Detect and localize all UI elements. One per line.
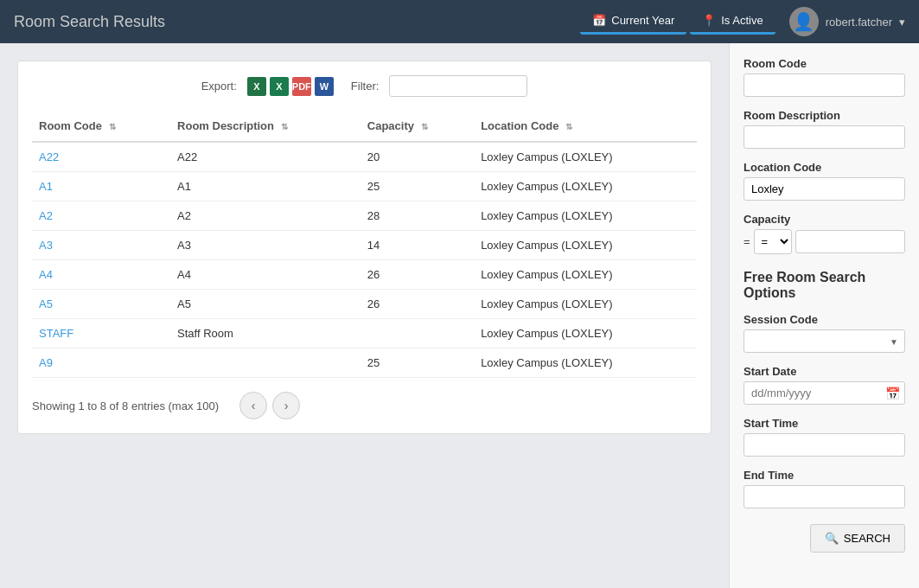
location-code-cell: Loxley Campus (LOXLEY) xyxy=(474,231,697,260)
capacity-cell: 25 xyxy=(361,172,474,201)
room-description-cell: A5 xyxy=(170,290,361,319)
start-date-input[interactable] xyxy=(743,381,905,405)
sort-arrows-loc[interactable]: ⇅ xyxy=(565,122,572,131)
room-code-link[interactable]: A4 xyxy=(39,268,53,281)
export-label: Export: xyxy=(201,80,237,93)
room-code-link[interactable]: A3 xyxy=(39,239,53,252)
room-code-link[interactable]: A5 xyxy=(39,297,53,310)
sort-arrows-desc[interactable]: ⇅ xyxy=(281,122,288,131)
location-code-label: Location Code xyxy=(743,161,905,174)
next-page-button[interactable]: › xyxy=(272,392,300,419)
capacity-field: Capacity = = > < ≥ ≤ xyxy=(743,213,905,254)
pagination-area: Showing 1 to 8 of 8 entries (max 100) ‹ … xyxy=(32,392,697,419)
start-time-input[interactable] xyxy=(743,433,905,457)
current-year-button[interactable]: 📅 Current Year xyxy=(580,9,686,35)
session-code-select[interactable] xyxy=(743,329,905,353)
calendar-icon: 📅 xyxy=(592,14,606,27)
capacity-label: Capacity xyxy=(743,213,905,226)
col-capacity: Capacity ⇅ xyxy=(361,111,474,142)
room-code-input[interactable] xyxy=(743,74,905,97)
user-menu[interactable]: 👤 robert.fatcher ▾ xyxy=(789,7,905,36)
room-description-label: Room Description xyxy=(743,109,905,122)
location-code-cell: Loxley Campus (LOXLEY) xyxy=(474,201,697,231)
free-room-title: Free Room Search Options xyxy=(743,270,905,301)
table-row: STAFF Staff Room Loxley Campus (LOXLEY) xyxy=(32,319,697,348)
table-container: Export: X X PDF W Filter: Room Code ⇅ Ro… xyxy=(17,61,712,434)
capacity-operator: = xyxy=(743,235,750,248)
table-row: A3 A3 14 Loxley Campus (LOXLEY) xyxy=(32,231,697,260)
pagination-buttons: ‹ › xyxy=(239,392,300,419)
room-code-link[interactable]: A22 xyxy=(39,150,59,163)
room-code-link[interactable]: A1 xyxy=(39,180,53,193)
room-code-link[interactable]: A9 xyxy=(39,356,53,369)
start-time-label: Start Time xyxy=(743,417,905,430)
room-description-cell: A1 xyxy=(170,172,361,201)
capacity-cell: 26 xyxy=(361,290,474,319)
capacity-cell: 14 xyxy=(361,231,474,260)
search-icon: 🔍 xyxy=(825,532,839,545)
start-time-field: Start Time xyxy=(743,417,905,457)
table-row: A5 A5 26 Loxley Campus (LOXLEY) xyxy=(32,290,697,319)
avatar: 👤 xyxy=(789,7,819,36)
app-header: Room Search Results 📅 Current Year 📍 Is … xyxy=(0,0,919,43)
is-active-label: Is Active xyxy=(721,14,763,27)
capacity-cell: 28 xyxy=(361,201,474,231)
search-button-label: SEARCH xyxy=(844,532,890,545)
capacity-cell: 25 xyxy=(361,348,474,378)
room-description-cell: Staff Room xyxy=(170,319,361,348)
room-description-input[interactable] xyxy=(743,125,905,149)
room-description-cell: A4 xyxy=(170,260,361,290)
sort-arrows-cap[interactable]: ⇅ xyxy=(421,122,428,131)
room-code-label: Room Code xyxy=(743,57,905,70)
export-pdf-button[interactable]: PDF xyxy=(292,77,311,96)
left-panel: Export: X X PDF W Filter: Room Code ⇅ Ro… xyxy=(0,43,729,588)
room-code-link[interactable]: STAFF xyxy=(39,327,73,340)
export-xlsx-button[interactable]: X xyxy=(270,77,289,96)
export-icons: X X PDF W xyxy=(247,77,334,96)
room-description-field: Room Description xyxy=(743,109,905,149)
prev-page-button[interactable]: ‹ xyxy=(239,392,267,419)
capacity-cell: 26 xyxy=(361,260,474,290)
location-code-cell: Loxley Campus (LOXLEY) xyxy=(474,142,697,172)
room-description-cell: A2 xyxy=(170,201,361,231)
location-code-cell: Loxley Campus (LOXLEY) xyxy=(474,348,697,378)
filter-label: Filter: xyxy=(351,80,380,93)
header-nav: 📅 Current Year 📍 Is Active xyxy=(580,9,775,35)
table-row: A2 A2 28 Loxley Campus (LOXLEY) xyxy=(32,201,697,231)
filter-input[interactable] xyxy=(389,75,527,97)
room-description-cell: A3 xyxy=(170,231,361,260)
end-time-input[interactable] xyxy=(743,485,905,508)
session-code-field: Session Code xyxy=(743,313,905,353)
capacity-value-input[interactable] xyxy=(795,230,905,253)
capacity-operator-select[interactable]: = > < ≥ ≤ xyxy=(754,229,792,254)
room-code-field: Room Code xyxy=(743,57,905,97)
end-time-field: End Time xyxy=(743,469,905,508)
location-code-input[interactable]: Loxley xyxy=(743,177,905,201)
search-button[interactable]: 🔍 SEARCH xyxy=(810,524,905,553)
page-title: Room Search Results xyxy=(14,13,580,31)
end-time-label: End Time xyxy=(743,469,905,482)
table-row: A9 25 Loxley Campus (LOXLEY) xyxy=(32,348,697,378)
right-panel: Room Code Room Description Location Code… xyxy=(729,43,919,588)
room-code-link[interactable]: A2 xyxy=(39,209,53,222)
results-table: Room Code ⇅ Room Description ⇅ Capacity … xyxy=(32,111,697,378)
calendar-icon[interactable]: 📅 xyxy=(885,387,900,400)
capacity-cell xyxy=(361,319,474,348)
export-doc-button[interactable]: W xyxy=(315,77,334,96)
col-room-description: Room Description ⇅ xyxy=(170,111,361,142)
location-code-cell: Loxley Campus (LOXLEY) xyxy=(474,319,697,348)
is-active-button[interactable]: 📍 Is Active xyxy=(690,9,775,35)
table-toolbar: Export: X X PDF W Filter: xyxy=(32,75,697,97)
export-xls-button[interactable]: X xyxy=(247,77,266,96)
pin-icon: 📍 xyxy=(702,14,716,27)
table-row: A4 A4 26 Loxley Campus (LOXLEY) xyxy=(32,260,697,290)
username: robert.fatcher xyxy=(826,16,892,29)
table-row: A22 A22 20 Loxley Campus (LOXLEY) xyxy=(32,142,697,172)
room-description-cell xyxy=(170,348,361,378)
col-room-code: Room Code ⇅ xyxy=(32,111,170,142)
pagination-info: Showing 1 to 8 of 8 entries (max 100) xyxy=(32,399,219,412)
current-year-label: Current Year xyxy=(611,14,674,27)
sort-arrows[interactable]: ⇅ xyxy=(109,122,116,131)
main-content: Export: X X PDF W Filter: Room Code ⇅ Ro… xyxy=(0,43,919,588)
location-code-cell: Loxley Campus (LOXLEY) xyxy=(474,172,697,201)
